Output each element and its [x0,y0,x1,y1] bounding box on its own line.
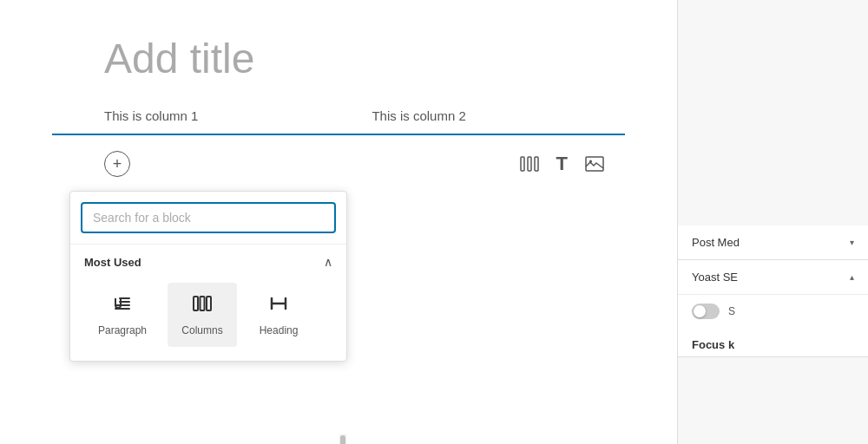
most-used-label: Most Used [84,256,141,269]
toggle-knob [694,305,706,317]
block-search-input[interactable] [81,202,336,233]
yoast-toggle-row: S [678,294,868,328]
columns-label: Columns [181,324,222,336]
column2-label: This is column 2 [372,108,465,123]
svg-rect-5 [194,297,198,310]
heading-label: Heading [260,324,299,336]
svg-rect-2 [535,157,538,171]
post-meta-header[interactable]: Post Med ▾ [678,225,868,259]
image-icon [585,156,604,172]
paragraph-icon [112,293,133,317]
block-type-icons: T [516,149,625,179]
yoast-header[interactable]: Yoast SE ▴ [678,260,868,294]
columns-icon [520,156,539,172]
editor-area: Add title This is column 1 This is colum… [0,0,677,444]
columns-block: This is column 1 This is column 2 [52,108,625,135]
block-item-columns[interactable]: Columns [168,283,237,347]
focus-keyphrase-label: Focus k [678,328,868,356]
right-sidebar: Post Med ▾ Yoast SE ▴ S Focus k [677,0,868,444]
yoast-toggle-switch[interactable] [692,304,720,319]
most-used-toggle[interactable]: ∧ [324,255,332,269]
paragraph-label: Paragraph [98,324,147,336]
svg-point-4 [589,160,592,163]
add-block-button[interactable]: + [104,151,130,177]
popup-scrollbar[interactable] [339,434,346,444]
columns-icon-button[interactable] [516,153,542,175]
chevron-up-icon: ∧ [324,255,332,269]
columns-block-icon [192,293,213,317]
heading-block-icon [268,293,289,317]
block-grid: Paragraph Columns [70,276,346,361]
text-T-icon: T [556,153,568,175]
yoast-label: Yoast SE [692,271,738,284]
image-icon-button[interactable] [582,153,608,175]
plus-icon: + [113,156,122,172]
most-used-header: Most Used ∧ [70,245,346,276]
block-toolbar-row: + T [52,149,625,179]
post-meta-label: Post Med [692,236,740,249]
svg-rect-0 [521,157,524,171]
text-icon-button[interactable]: T [553,149,571,179]
block-inserter-popup: Most Used ∧ Paragraph [69,191,347,362]
svg-rect-6 [201,297,205,310]
block-item-heading[interactable]: Heading [244,283,313,347]
yoast-panel: Yoast SE ▴ S Focus k [678,260,868,357]
search-wrapper [70,192,346,245]
column1-label: This is column 1 [104,108,198,123]
scrollbar-thumb [340,435,345,444]
add-title-placeholder[interactable]: Add title [52,35,625,82]
post-meta-panel: Post Med ▾ [678,225,868,260]
svg-rect-1 [528,157,531,171]
toggle-label-s: S [728,305,735,317]
svg-rect-7 [207,297,211,310]
post-meta-toggle-icon: ▾ [850,238,854,247]
yoast-toggle-icon: ▴ [850,272,854,282]
block-item-paragraph[interactable]: Paragraph [84,283,161,347]
